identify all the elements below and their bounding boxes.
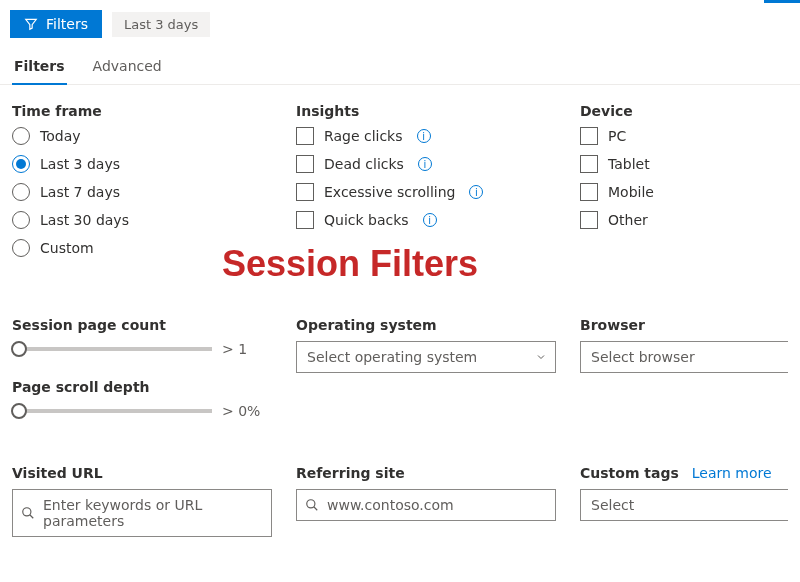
info-icon[interactable]: i bbox=[423, 213, 437, 227]
referring-site-title: Referring site bbox=[296, 465, 556, 481]
browser-title: Browser bbox=[580, 317, 788, 333]
custom-tags-select[interactable]: Select bbox=[580, 489, 788, 521]
page-scroll-depth-title: Page scroll depth bbox=[12, 379, 272, 395]
radio-last-30-days[interactable]: Last 30 days bbox=[12, 211, 272, 229]
filters-button[interactable]: Filters bbox=[10, 10, 102, 38]
learn-more-link[interactable]: Learn more bbox=[692, 465, 772, 481]
checkbox-other[interactable]: Other bbox=[580, 211, 788, 229]
tab-advanced[interactable]: Advanced bbox=[91, 50, 164, 84]
checkbox-label: Rage clicks bbox=[324, 128, 403, 144]
checkbox-label: Mobile bbox=[608, 184, 654, 200]
page-scroll-depth-value: > 0% bbox=[222, 403, 272, 419]
toolbar: Filters Last 3 days bbox=[0, 0, 800, 46]
svg-point-2 bbox=[307, 500, 315, 508]
info-icon[interactable]: i bbox=[469, 185, 483, 199]
browser-select[interactable]: Select browser bbox=[580, 341, 788, 373]
browser-tab-indicator bbox=[764, 0, 800, 3]
slider-thumb[interactable] bbox=[11, 403, 27, 419]
timeframe-chip[interactable]: Last 3 days bbox=[112, 12, 210, 37]
checkbox-mobile[interactable]: Mobile bbox=[580, 183, 788, 201]
filter-icon bbox=[24, 17, 38, 31]
timeframe-radio-group: Today Last 3 days Last 7 days Last 30 da… bbox=[12, 127, 272, 257]
session-page-count-value: > 1 bbox=[222, 341, 272, 357]
browser-select-placeholder: Select browser bbox=[591, 349, 695, 365]
radio-indicator bbox=[12, 155, 30, 173]
checkbox-indicator bbox=[580, 183, 598, 201]
checkbox-pc[interactable]: PC bbox=[580, 127, 788, 145]
checkbox-indicator bbox=[296, 183, 314, 201]
device-title: Device bbox=[580, 103, 788, 119]
checkbox-indicator bbox=[580, 127, 598, 145]
radio-custom[interactable]: Custom bbox=[12, 239, 272, 257]
checkbox-indicator bbox=[580, 155, 598, 173]
checkbox-rage-clicks[interactable]: Rage clicksi bbox=[296, 127, 556, 145]
visited-url-placeholder: Enter keywords or URL parameters bbox=[43, 497, 202, 529]
checkbox-label: PC bbox=[608, 128, 626, 144]
radio-label: Last 3 days bbox=[40, 156, 120, 172]
radio-label: Today bbox=[40, 128, 81, 144]
checkbox-quick-backs[interactable]: Quick backsi bbox=[296, 211, 556, 229]
os-select[interactable]: Select operating system bbox=[296, 341, 556, 373]
timeframe-title: Time frame bbox=[12, 103, 272, 119]
checkbox-excessive-scrolling[interactable]: Excessive scrollingi bbox=[296, 183, 556, 201]
referring-site-input[interactable]: www.contoso.com bbox=[296, 489, 556, 521]
session-page-count-title: Session page count bbox=[12, 317, 272, 333]
checkbox-dead-clicks[interactable]: Dead clicksi bbox=[296, 155, 556, 173]
tab-filters[interactable]: Filters bbox=[12, 50, 67, 84]
checkbox-indicator bbox=[296, 127, 314, 145]
checkbox-label: Excessive scrolling bbox=[324, 184, 455, 200]
search-icon bbox=[305, 498, 319, 512]
info-icon[interactable]: i bbox=[418, 157, 432, 171]
radio-label: Last 30 days bbox=[40, 212, 129, 228]
referring-site-placeholder: www.contoso.com bbox=[327, 497, 454, 513]
info-icon[interactable]: i bbox=[417, 129, 431, 143]
checkbox-indicator bbox=[580, 211, 598, 229]
radio-indicator bbox=[12, 239, 30, 257]
radio-indicator bbox=[12, 183, 30, 201]
checkbox-label: Dead clicks bbox=[324, 156, 404, 172]
visited-url-input[interactable]: Enter keywords or URL parameters bbox=[12, 489, 272, 537]
checkbox-tablet[interactable]: Tablet bbox=[580, 155, 788, 173]
svg-line-3 bbox=[314, 507, 318, 511]
checkbox-label: Other bbox=[608, 212, 648, 228]
radio-indicator bbox=[12, 211, 30, 229]
checkbox-label: Tablet bbox=[608, 156, 650, 172]
radio-today[interactable]: Today bbox=[12, 127, 272, 145]
slider-thumb[interactable] bbox=[11, 341, 27, 357]
tabs: Filters Advanced bbox=[0, 46, 800, 85]
os-select-placeholder: Select operating system bbox=[307, 349, 477, 365]
insights-checkbox-group: Rage clicksi Dead clicksi Excessive scro… bbox=[296, 127, 556, 229]
svg-point-0 bbox=[23, 508, 31, 516]
chevron-down-icon bbox=[535, 351, 547, 363]
device-checkbox-group: PC Tablet Mobile Other bbox=[580, 127, 788, 229]
radio-label: Custom bbox=[40, 240, 94, 256]
custom-tags-title: Custom tags Learn more bbox=[580, 465, 788, 481]
visited-url-title: Visited URL bbox=[12, 465, 272, 481]
os-title: Operating system bbox=[296, 317, 556, 333]
radio-indicator bbox=[12, 127, 30, 145]
radio-last-3-days[interactable]: Last 3 days bbox=[12, 155, 272, 173]
custom-tags-title-text: Custom tags bbox=[580, 465, 679, 481]
checkbox-indicator bbox=[296, 155, 314, 173]
custom-tags-placeholder: Select bbox=[591, 497, 634, 513]
search-icon bbox=[21, 506, 35, 520]
radio-last-7-days[interactable]: Last 7 days bbox=[12, 183, 272, 201]
session-page-count-slider[interactable] bbox=[12, 347, 212, 351]
radio-label: Last 7 days bbox=[40, 184, 120, 200]
filters-panel: Time frame Today Last 3 days Last 7 days… bbox=[0, 85, 800, 537]
checkbox-label: Quick backs bbox=[324, 212, 409, 228]
svg-line-1 bbox=[30, 515, 34, 519]
insights-title: Insights bbox=[296, 103, 556, 119]
page-scroll-depth-slider[interactable] bbox=[12, 409, 212, 413]
checkbox-indicator bbox=[296, 211, 314, 229]
filters-button-label: Filters bbox=[46, 16, 88, 32]
